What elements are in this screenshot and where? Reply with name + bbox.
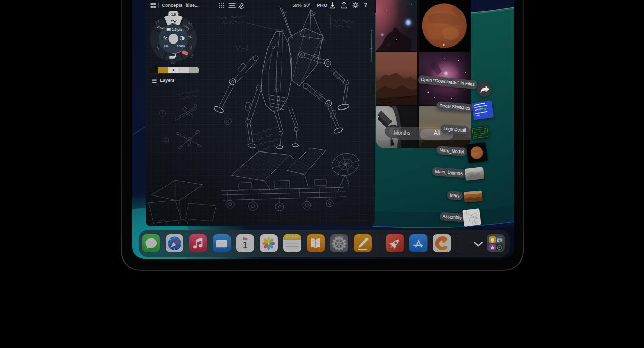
svg-text:Tue: Tue: [243, 237, 247, 240]
svg-text:1: 1: [242, 240, 247, 250]
